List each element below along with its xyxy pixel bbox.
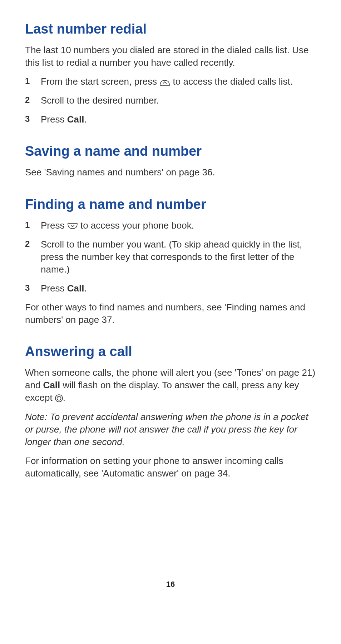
list-number: 1	[25, 75, 30, 87]
text: will flash on the display. To answer the…	[25, 380, 299, 403]
text: .	[63, 392, 65, 403]
text: Scroll to the number you want. (To skip …	[41, 239, 302, 275]
list-item: 3 Press Call.	[25, 282, 316, 295]
text: to access the dialed calls list.	[170, 76, 293, 87]
list-item: 3 Press Call.	[25, 113, 316, 126]
list-item: 1 Press to access your phone book.	[25, 219, 316, 232]
list-number: 3	[25, 113, 30, 125]
list-item: 1 From the start screen, press to access…	[25, 75, 316, 88]
paragraph: See 'Saving names and numbers' on page 3…	[25, 166, 316, 179]
down-key-icon	[67, 223, 78, 230]
list-number: 2	[25, 94, 30, 106]
text: to access your phone book.	[78, 220, 194, 231]
bold-text: Call	[67, 114, 84, 125]
ordered-list: 1 From the start screen, press to access…	[25, 75, 316, 126]
text: Press	[41, 283, 67, 294]
list-item: 2 Scroll to the desired number.	[25, 94, 316, 107]
list-item: 2 Scroll to the number you want. (To ski…	[25, 238, 316, 276]
text: Scroll to the desired number.	[41, 95, 159, 106]
text: .	[84, 114, 87, 125]
heading-answering-call: Answering a call	[25, 344, 316, 359]
list-number: 3	[25, 282, 30, 294]
paragraph: The last 10 numbers you dialed are store…	[25, 44, 316, 69]
heading-finding-name-number: Finding a name and number	[25, 197, 316, 212]
bold-text: Call	[67, 283, 84, 294]
heading-last-number-redial: Last number redial	[25, 21, 316, 37]
ordered-list: 1 Press to access your phone book. 2 Scr…	[25, 219, 316, 295]
heading-saving-name-number: Saving a name and number	[25, 144, 316, 159]
text: From the start screen, press	[41, 76, 159, 87]
up-key-icon	[159, 79, 170, 86]
list-number: 1	[25, 219, 30, 231]
paragraph: For information on setting your phone to…	[25, 455, 316, 480]
note-paragraph: Note: To prevent accidental answering wh…	[25, 411, 316, 448]
page-number: 16	[25, 580, 316, 589]
bold-text: Call	[43, 380, 60, 390]
list-number: 2	[25, 238, 30, 250]
text: Press	[41, 220, 67, 231]
paragraph: For other ways to find names and numbers…	[25, 301, 316, 326]
power-key-icon	[55, 394, 63, 402]
paragraph: When someone calls, the phone will alert…	[25, 366, 316, 404]
text: Press	[41, 114, 67, 125]
text: .	[84, 283, 87, 294]
